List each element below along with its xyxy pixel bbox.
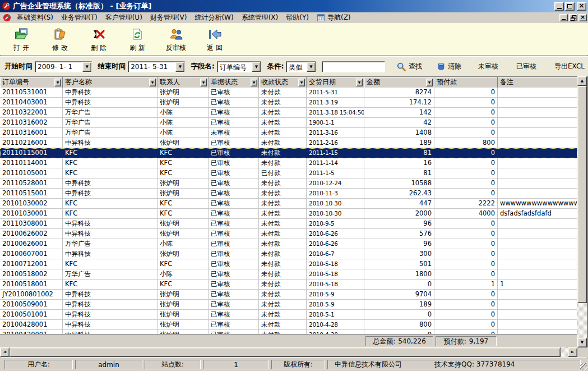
table-row[interactable]: 20100501001中异科技张炉明已审核未付款2010-5-100 bbox=[0, 310, 577, 320]
mdi-minimize-button[interactable] bbox=[559, 14, 568, 21]
scroll-down-button[interactable]: ▼ bbox=[577, 338, 587, 347]
column-header[interactable]: 单据状态▼ bbox=[209, 77, 259, 88]
table-cell: 0 bbox=[434, 320, 498, 330]
column-header[interactable]: 订单编号▼ bbox=[0, 77, 63, 88]
horizontal-scroll-thumb[interactable] bbox=[10, 347, 561, 357]
table-row[interactable]: 20110515001中异科技张炉明已审核未付款2010-11-3262.430 bbox=[0, 189, 577, 199]
menu-item[interactable]: 客户管理(U) bbox=[101, 13, 146, 23]
table-row[interactable]: 20110316001万华广告小陈未审核未付款2011-3-1614080 bbox=[0, 128, 577, 138]
table-row[interactable]: 20110531001中异科技张炉明已审核未付款2011-5-3182740 bbox=[0, 88, 577, 98]
table-cell: 447 bbox=[364, 199, 434, 209]
table-row[interactable]: 20110316002万华广告小陈已审核未付款1900-1-1420 bbox=[0, 118, 577, 128]
column-header[interactable]: 预付款 bbox=[434, 77, 498, 88]
horizontal-scroll-track[interactable] bbox=[10, 347, 568, 357]
mdi-child-icon[interactable] bbox=[3, 13, 11, 22]
dropdown-icon[interactable]: ▼ bbox=[252, 62, 261, 72]
column-header[interactable]: 客户名称▼ bbox=[63, 77, 158, 88]
scroll-up-button[interactable]: ▲ bbox=[577, 76, 587, 86]
column-header[interactable]: 收款状态▼ bbox=[259, 77, 307, 88]
table-cell: 未付款 bbox=[259, 249, 307, 259]
table-cell: 2010-5-9 bbox=[307, 300, 364, 310]
table-row[interactable]: 20100518002万华广告小陈已审核未付款2010-5-1818000 bbox=[0, 269, 577, 280]
table-row[interactable]: 20100626002中异科技张炉明已审核未付款2010-6-265760 bbox=[0, 229, 577, 239]
table-cell: 中异科技 bbox=[63, 178, 158, 189]
table-row[interactable]: 20100428001中异科技张炉明已审核未付款2010-4-288000 bbox=[0, 320, 577, 330]
vertical-scroll-thumb[interactable] bbox=[577, 86, 587, 303]
table-row[interactable]: 20100712001KFCKFC已审核未付款2010-5-185010 bbox=[0, 259, 577, 269]
menu-item[interactable]: 业务管理(T) bbox=[57, 13, 101, 23]
vertical-scrollbar[interactable]: ▲ ▼ bbox=[577, 76, 587, 347]
dropdown-icon[interactable]: ▼ bbox=[307, 62, 316, 72]
start-date-combo[interactable]: 2009- 1- 1 ▼ bbox=[35, 61, 92, 72]
column-filter-button[interactable]: ▼ bbox=[54, 79, 61, 86]
table-row[interactable]: 20110115001KFCKFC已审核未付款2011-1-15810 bbox=[0, 148, 577, 158]
toolbar-button[interactable]: 反审核 bbox=[160, 26, 192, 54]
table-cell: 未付款 bbox=[259, 239, 307, 249]
menu-item[interactable]: 基础资料(S) bbox=[13, 13, 57, 23]
table-cell: 20110316001 bbox=[0, 128, 63, 138]
resize-grip[interactable] bbox=[580, 363, 587, 370]
table-row[interactable]: 20110114001KFCKFC已审核未付款2011-1-14160 bbox=[0, 158, 577, 168]
search-input[interactable] bbox=[322, 61, 385, 72]
table-row[interactable]: 20100420001中异科技张炉明已审核未付款2010-4-2000 bbox=[0, 330, 577, 334]
column-header[interactable]: 联系人▼ bbox=[158, 77, 209, 88]
column-filter-button[interactable]: ▼ bbox=[298, 79, 305, 86]
scroll-right-button[interactable]: ► bbox=[568, 347, 577, 357]
column-filter-button[interactable]: ▼ bbox=[356, 79, 363, 86]
clear-button[interactable]: 清除 bbox=[433, 59, 465, 74]
table-row[interactable]: 20100626001万华广告小陈已审核未付款2010-6-26960 bbox=[0, 239, 577, 249]
vertical-scroll-track[interactable] bbox=[577, 86, 587, 338]
table-row[interactable]: JY20100801002中异科技张炉明已审核未付款2010-5-997040 bbox=[0, 290, 577, 300]
toolbar-button[interactable]: 返 回 bbox=[199, 26, 230, 54]
minimize-icon bbox=[557, 8, 562, 9]
column-filter-button[interactable]: ▼ bbox=[426, 79, 433, 86]
column-header[interactable]: 交货日期▼ bbox=[307, 77, 364, 88]
column-header[interactable]: 金额▼ bbox=[364, 77, 434, 88]
application-window: 广告企业管理系统（标准版） - [业务订单] × 基础资料(S)业务管理(T)客… bbox=[0, 0, 588, 371]
menu-item[interactable]: 系统管理(X) bbox=[238, 13, 283, 23]
column-header-label: 订单编号 bbox=[0, 77, 54, 87]
table-row[interactable]: 20101030002KFCKFC已审核未付款2010-10-304472222… bbox=[0, 199, 577, 209]
table-row[interactable]: 20100518001KFCKFC已审核未付款2010-5-18011 bbox=[0, 280, 577, 290]
toolbar-button[interactable]: 刷 新 bbox=[122, 26, 153, 54]
table-row[interactable]: 20110403001中异科技张炉明已审核未付款2011-3-19174.120 bbox=[0, 98, 577, 108]
table-cell: 0 bbox=[434, 88, 498, 98]
column-filter-button[interactable]: ▼ bbox=[200, 79, 207, 86]
toolbar-button[interactable]: 删 除 bbox=[83, 26, 114, 54]
table-row[interactable]: 20110105001KFCKFC已审核已付款2011-1-5810 bbox=[0, 168, 577, 178]
scroll-left-button[interactable]: ◄ bbox=[0, 347, 10, 357]
table-row[interactable]: 20100509001中异科技张炉明已审核未付款2010-5-91890 bbox=[0, 300, 577, 310]
table-row[interactable]: 20101030001KFCKFC已审核未付款2010-10-302000400… bbox=[0, 209, 577, 219]
mdi-close-button[interactable]: × bbox=[578, 14, 587, 21]
column-header[interactable]: 备注 bbox=[498, 77, 577, 88]
column-filter-button[interactable]: ▼ bbox=[251, 79, 257, 86]
horizontal-scrollbar[interactable]: ◄ ► bbox=[0, 347, 577, 357]
dropdown-icon[interactable]: ▼ bbox=[175, 62, 184, 72]
table-row[interactable]: 20110528001中异科技张炉明已审核未付款2010-12-24105880 bbox=[0, 178, 577, 189]
find-button[interactable]: 查找 bbox=[393, 59, 425, 74]
mdi-restore-button[interactable] bbox=[569, 14, 577, 21]
menu-item[interactable]: 统计分析(W) bbox=[191, 13, 237, 23]
table-cell: 未付款 bbox=[259, 320, 307, 330]
menu-item[interactable]: 导航(Z) bbox=[313, 13, 355, 23]
unaudited-button[interactable]: 未审核 bbox=[475, 59, 502, 74]
field-name-combo[interactable]: 订单编号 ▼ bbox=[217, 61, 261, 72]
column-filter-button[interactable]: ▼ bbox=[149, 79, 156, 86]
minimize-button[interactable] bbox=[554, 2, 564, 11]
maximize-button[interactable] bbox=[565, 2, 575, 11]
export-excel-button[interactable]: 导出EXCL bbox=[551, 59, 588, 74]
close-button[interactable]: × bbox=[577, 2, 586, 11]
toolbar-button[interactable]: 打 开 bbox=[6, 26, 37, 54]
table-row[interactable]: 20110308001中异科技张炉明已审核未付款2010-9-5960 bbox=[0, 219, 577, 229]
dropdown-icon[interactable]: ▼ bbox=[82, 62, 91, 72]
toolbar-button[interactable]: 修 改 bbox=[44, 26, 76, 54]
app-icon[interactable] bbox=[2, 2, 11, 11]
audited-button[interactable]: 已审核 bbox=[513, 59, 540, 74]
table-row[interactable]: 20100607001中异科技张炉明已审核未付款2010-6-73000 bbox=[0, 249, 577, 259]
menu-item[interactable]: 财务管理(V) bbox=[146, 13, 191, 23]
end-date-combo[interactable]: 2011- 5-31 ▼ bbox=[128, 61, 185, 72]
table-row[interactable]: 20110322001万华广告小陈已审核未付款2011-3-18 15:04:5… bbox=[0, 108, 577, 118]
condition-combo[interactable]: 类似 ▼ bbox=[286, 61, 316, 72]
table-row[interactable]: 20110216001中异科技张炉明已审核未付款2011-2-16189800 bbox=[0, 138, 577, 148]
menu-item[interactable]: 帮助(Y) bbox=[282, 13, 313, 23]
